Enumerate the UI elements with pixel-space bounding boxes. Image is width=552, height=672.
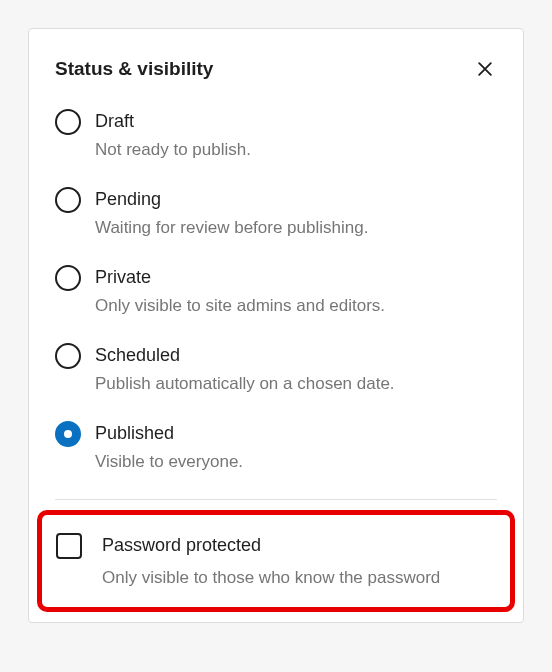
option-label: Published	[95, 421, 497, 445]
option-desc: Not ready to publish.	[95, 139, 497, 161]
close-button[interactable]	[473, 57, 497, 81]
option-texts: Private Only visible to site admins and …	[95, 265, 497, 317]
option-label: Pending	[95, 187, 497, 211]
option-texts: Draft Not ready to publish.	[95, 109, 497, 161]
option-desc: Only visible to site admins and editors.	[95, 295, 497, 317]
radio-published[interactable]	[55, 421, 81, 447]
option-texts: Pending Waiting for review before publis…	[95, 187, 497, 239]
radio-scheduled[interactable]	[55, 343, 81, 369]
option-private[interactable]: Private Only visible to site admins and …	[55, 265, 497, 317]
status-visibility-panel: Status & visibility Draft Not ready to p…	[28, 28, 524, 623]
option-label: Scheduled	[95, 343, 497, 367]
option-scheduled[interactable]: Scheduled Publish automatically on a cho…	[55, 343, 497, 395]
option-label: Draft	[95, 109, 497, 133]
divider	[55, 499, 497, 500]
password-desc: Only visible to those who know the passw…	[102, 567, 496, 589]
option-draft[interactable]: Draft Not ready to publish.	[55, 109, 497, 161]
close-icon	[475, 59, 495, 79]
option-desc: Visible to everyone.	[95, 451, 497, 473]
radio-private[interactable]	[55, 265, 81, 291]
option-published[interactable]: Published Visible to everyone.	[55, 421, 497, 473]
radio-pending[interactable]	[55, 187, 81, 213]
option-pending[interactable]: Pending Waiting for review before publis…	[55, 187, 497, 239]
password-section-highlight: Password protected Only visible to those…	[37, 510, 515, 612]
password-texts: Password protected Only visible to those…	[102, 533, 496, 589]
radio-draft[interactable]	[55, 109, 81, 135]
panel-header: Status & visibility	[55, 57, 497, 81]
option-desc: Publish automatically on a chosen date.	[95, 373, 497, 395]
panel-title: Status & visibility	[55, 58, 213, 80]
password-protected-option[interactable]: Password protected Only visible to those…	[56, 533, 496, 589]
option-texts: Scheduled Publish automatically on a cho…	[95, 343, 497, 395]
password-checkbox[interactable]	[56, 533, 82, 559]
status-option-list: Draft Not ready to publish. Pending Wait…	[55, 109, 497, 473]
password-label: Password protected	[102, 533, 496, 557]
option-texts: Published Visible to everyone.	[95, 421, 497, 473]
option-desc: Waiting for review before publishing.	[95, 217, 497, 239]
option-label: Private	[95, 265, 497, 289]
